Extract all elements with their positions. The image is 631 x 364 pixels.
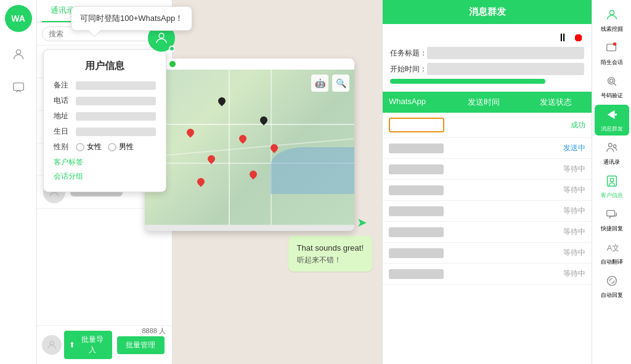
map-popup: 🤖 🔍	[145, 59, 354, 231]
bulk-import-button[interactable]: ⬆ 批量导入	[64, 331, 112, 359]
svg-point-14	[609, 79, 613, 83]
sidebar-label: 自动翻译	[601, 259, 623, 265]
sidebar-item-contacts[interactable]: 通讯录	[595, 138, 629, 169]
map-body: 🤖 🔍	[145, 70, 354, 225]
autoreply-icon	[605, 274, 619, 291]
cell-wa	[389, 227, 468, 237]
broadcast-title: 消息群发	[383, 0, 592, 24]
verify-icon	[605, 75, 619, 91]
svg-point-15	[614, 113, 617, 116]
col-time: 发送时间	[468, 97, 527, 108]
bulk-manage-button[interactable]: 批量管理	[117, 336, 165, 354]
time-value[interactable]	[427, 63, 584, 75]
task-value[interactable]	[427, 47, 584, 59]
note-label: 备注	[54, 80, 76, 91]
stranger-icon	[605, 41, 619, 58]
table-row[interactable]: 等待中	[383, 243, 592, 264]
gender-label: 性别	[54, 142, 76, 152]
sidebar-item-autoreply[interactable]: 自动回复	[595, 271, 629, 302]
sidebar-label: 通讯录	[603, 159, 620, 166]
table-row[interactable]: 等待中	[383, 222, 592, 243]
tag-label: 客户标签	[54, 157, 156, 168]
cell-status: 等待中	[526, 206, 585, 216]
sidebar-item-translate[interactable]: A文 自动翻译	[595, 238, 629, 269]
broadcast-icon	[605, 108, 619, 124]
map-pin	[217, 96, 227, 107]
mac-maximize-btn[interactable]	[169, 61, 176, 67]
table-row[interactable]: 等待中	[383, 159, 592, 180]
gender-female[interactable]: 女性	[76, 142, 102, 152]
radio-male[interactable]	[108, 143, 116, 152]
address-row: 地址	[54, 111, 156, 121]
contacts-icon	[605, 141, 619, 158]
sidebar-item-broadcast[interactable]: 消息群发	[595, 105, 629, 135]
sidebar-contacts[interactable]	[3, 39, 34, 70]
cell-status: 等待中	[526, 269, 585, 279]
pause-button[interactable]: ⏸	[557, 31, 568, 44]
phone-row: 电话	[54, 95, 156, 106]
import-icon: ⬆	[69, 341, 75, 349]
sidebar-item-verify[interactable]: 号码验证	[595, 71, 629, 102]
table-row[interactable]: 成功	[383, 113, 592, 138]
time-label: 开始时间：	[390, 64, 427, 75]
msg-text-en2: That sounds great!	[297, 242, 364, 254]
sidebar-label: 快捷回复	[601, 225, 623, 232]
map-pin	[238, 133, 248, 144]
broadcast-buttons: ⏸ ⏺	[390, 29, 584, 47]
user-info-title: 用户信息	[54, 60, 156, 73]
address-label: 地址	[54, 111, 76, 121]
birthday-label: 生日	[54, 126, 76, 137]
sidebar-item-customer[interactable]: 客户信息	[595, 171, 629, 202]
sidebar-label: 自动回复	[601, 292, 623, 299]
svg-point-8	[159, 33, 164, 38]
table-row[interactable]: 发送中	[383, 138, 592, 159]
user-info-popup: 用户信息 备注 电话 地址 生日 性别 女性 男性	[43, 49, 166, 192]
sidebar-item-quickreply[interactable]: 快捷回复	[595, 204, 629, 235]
sidebar-item-stranger[interactable]: 陌生会话	[595, 38, 629, 69]
sidebar-item-lead[interactable]: 线索挖掘	[595, 5, 629, 36]
svg-line-13	[614, 83, 616, 85]
map-titlebar	[145, 59, 354, 70]
right-sidebar: 线索挖掘 陌生会话 号码验证 消息群发 通讯录	[592, 0, 631, 364]
cell-status: 等待中	[526, 227, 585, 237]
sidebar-label: 客户信息	[601, 192, 623, 199]
gender-male[interactable]: 男性	[108, 142, 134, 152]
table-row[interactable]: 等待中	[383, 201, 592, 222]
app-logo[interactable]: WA	[5, 5, 32, 32]
svg-point-19	[610, 179, 614, 182]
map-pin	[185, 127, 196, 137]
svg-rect-18	[607, 176, 616, 187]
table-row[interactable]: 等待中	[383, 180, 592, 201]
send-arrow-icon[interactable]: ➤	[357, 216, 367, 229]
note-row: 备注	[54, 80, 156, 91]
svg-point-9	[609, 10, 614, 15]
map-robot-btn[interactable]: 🤖	[311, 75, 328, 92]
progress-bar	[390, 79, 545, 84]
cell-status: 成功	[526, 120, 585, 131]
radio-female[interactable]	[76, 143, 84, 152]
contacts-icon	[11, 47, 26, 62]
phone-label: 电话	[54, 95, 76, 106]
map-background[interactable]: 🤖 🔍	[145, 70, 354, 225]
msg-bubble-sent: That sounds great! 听起来不错！	[288, 236, 372, 272]
translate-icon: A文	[605, 241, 619, 257]
map-search-btn[interactable]: 🔍	[332, 75, 349, 92]
cell-status: 等待中	[526, 164, 585, 174]
stop-button[interactable]: ⏺	[573, 31, 584, 44]
svg-point-16	[608, 144, 612, 147]
right-panel: 消息群发 ⏸ ⏺ 任务标题： 开始时间： WhatsApp 发送时间 发送状态	[382, 0, 592, 364]
gender-row: 性别 女性 男性	[54, 142, 156, 152]
wa-number-box[interactable]	[389, 118, 444, 132]
cell-wa	[389, 248, 468, 258]
cell-wa	[389, 185, 468, 195]
task-title-row: 任务标题：	[390, 47, 584, 59]
sidebar-label: 线索挖掘	[601, 26, 623, 33]
col-status: 发送状态	[526, 97, 585, 108]
cell-wa	[389, 164, 468, 174]
svg-rect-1	[13, 83, 23, 91]
sidebar-chat[interactable]	[3, 73, 34, 103]
sidebar-label: 号码验证	[601, 92, 623, 99]
table-row[interactable]: 等待中	[383, 264, 592, 285]
start-time-row: 开始时间：	[390, 63, 584, 75]
footer-avatar	[42, 335, 62, 355]
